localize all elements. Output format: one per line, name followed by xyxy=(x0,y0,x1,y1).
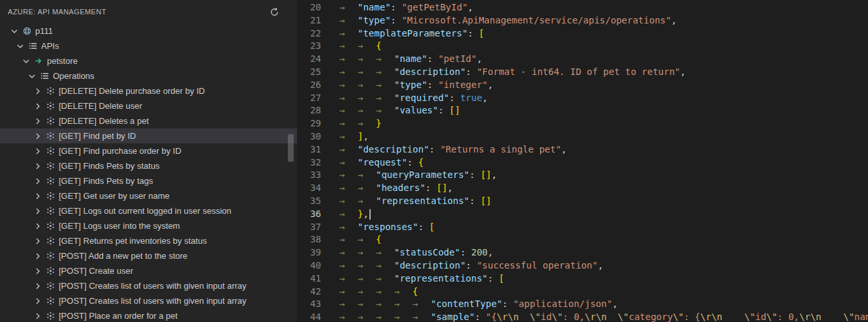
tree-item-label: [GET] Finds Pets by tags xyxy=(59,176,153,186)
chevron-down-icon[interactable] xyxy=(27,71,37,81)
chevron-right-icon[interactable] xyxy=(33,161,43,171)
line-content[interactable]: →→→→→"sample": "{\r\n \"id\": 0,\r\n \"c… xyxy=(332,311,868,322)
tree-item[interactable]: [DELETE] Delete user xyxy=(0,98,297,113)
line-content[interactable]: →→→"description": "successful operation"… xyxy=(332,259,868,272)
code-line[interactable]: 29→→} xyxy=(297,117,868,130)
tree-item[interactable]: p111 xyxy=(0,23,297,38)
tree-item[interactable]: [GET] Get user by user name xyxy=(0,188,297,203)
code-line[interactable]: 37→"responses": [ xyxy=(297,221,868,234)
code-token: \" xyxy=(551,312,563,322)
tree-item[interactable]: APIs xyxy=(0,38,297,53)
tree-item[interactable]: petstore xyxy=(0,53,297,68)
code-line[interactable]: 28→→→"values": [] xyxy=(297,104,868,117)
chevron-right-icon[interactable] xyxy=(33,86,43,96)
line-content[interactable]: →"description": "Returns a single pet", xyxy=(332,143,868,156)
code-line[interactable]: 25→→→"description": "Format - int64. ID … xyxy=(297,66,868,79)
chevron-down-icon[interactable] xyxy=(21,56,31,66)
chevron-right-icon[interactable] xyxy=(33,191,43,201)
line-content[interactable]: →→→"representations": [ xyxy=(332,272,868,285)
code-line[interactable]: 21→"type": "Microsoft.ApiManagement/serv… xyxy=(297,14,868,27)
line-content[interactable]: →→→"name": "petId", xyxy=(332,53,868,66)
chevron-right-icon[interactable] xyxy=(33,296,43,306)
operation-icon xyxy=(45,296,55,306)
editor[interactable]: 20→"name": "getPetById",21→"type": "Micr… xyxy=(297,0,868,322)
chevron-down-icon[interactable] xyxy=(9,26,20,37)
line-content[interactable]: →"name": "getPetById", xyxy=(332,1,868,14)
code-line[interactable]: 30→], xyxy=(297,130,868,143)
chevron-right-icon[interactable] xyxy=(33,176,43,186)
line-content[interactable]: →"request": { xyxy=(332,156,868,169)
line-content[interactable]: →→{ xyxy=(332,40,868,53)
line-content[interactable]: →"responses": [ xyxy=(332,221,868,234)
tree-item[interactable]: [GET] Finds Pets by tags xyxy=(0,173,297,188)
code-line[interactable]: 32→"request": { xyxy=(297,156,868,169)
line-content[interactable]: →], xyxy=(332,130,868,143)
line-content[interactable]: →→"representations": [] xyxy=(332,195,868,208)
code-line[interactable]: 27→→→"required": true, xyxy=(297,92,868,105)
chevron-right-icon[interactable] xyxy=(33,146,43,156)
code-line[interactable]: 42→→→→{ xyxy=(297,285,868,299)
chevron-right-icon[interactable] xyxy=(33,281,43,291)
tree-item[interactable]: [DELETE] Deletes a pet xyxy=(0,113,297,128)
code-line[interactable]: 44→→→→→"sample": "{\r\n \"id\": 0,\r\n \… xyxy=(297,311,868,322)
code-line[interactable]: 34→→"headers": [], xyxy=(297,182,868,195)
code-line[interactable]: 33→→"queryParameters": [], xyxy=(297,169,868,182)
line-content[interactable]: →}, xyxy=(332,208,868,221)
code-line[interactable]: 41→→→"representations": [ xyxy=(297,272,868,285)
chevron-right-icon[interactable] xyxy=(33,311,43,321)
code-line[interactable]: 23→→{ xyxy=(297,40,868,53)
tab-whitespace-icon: → xyxy=(394,285,412,299)
code-line[interactable]: 20→"name": "getPetById", xyxy=(297,1,868,14)
tree-item[interactable]: Operations xyxy=(0,68,297,83)
tree-item[interactable]: [GET] Find purchase order by ID xyxy=(0,143,297,158)
line-content[interactable]: →→} xyxy=(332,117,868,130)
tree-item[interactable]: [POST] Creates list of users with given … xyxy=(0,278,297,293)
line-content[interactable]: →"templateParameters": [ xyxy=(332,27,868,40)
tree-item[interactable]: [DELETE] Delete purchase order by ID xyxy=(0,83,297,98)
tree-item[interactable]: [GET] Finds Pets by status xyxy=(0,158,297,173)
tree-item[interactable]: [POST] Creates list of users with given … xyxy=(0,293,297,308)
tree-item[interactable]: [POST] Place an order for a pet xyxy=(0,308,297,322)
tree-item[interactable]: [GET] Find pet by ID xyxy=(0,128,297,143)
line-content[interactable]: →→→→{ xyxy=(332,285,868,299)
sidebar-scrollbar-thumb[interactable] xyxy=(288,134,294,162)
chevron-right-icon[interactable] xyxy=(33,221,43,231)
line-content[interactable]: →→→→→"contentType": "application/json", xyxy=(332,298,868,311)
line-content[interactable]: →"type": "Microsoft.ApiManagement/servic… xyxy=(332,14,868,27)
line-content[interactable]: →→"headers": [], xyxy=(332,182,868,195)
line-content[interactable]: →→{ xyxy=(332,233,868,246)
line-content[interactable]: →→→"required": true, xyxy=(332,92,868,105)
chevron-right-icon[interactable] xyxy=(33,251,43,261)
line-content[interactable]: →→→"statusCode": 200, xyxy=(332,246,868,259)
tree-item-label: [POST] Creates list of users with given … xyxy=(59,281,247,291)
code-token: : xyxy=(488,273,499,284)
line-content[interactable]: →→→"type": "integer", xyxy=(332,79,868,92)
tree-item[interactable]: [GET] Logs out current logged in user se… xyxy=(0,203,297,218)
chevron-right-icon[interactable] xyxy=(33,116,43,126)
tree-item[interactable]: [POST] Add a new pet to the store xyxy=(0,248,297,263)
code-line[interactable]: 22→"templateParameters": [ xyxy=(297,27,868,40)
tree-item[interactable]: [POST] Create user xyxy=(0,263,297,278)
tree-item[interactable]: [GET] Returns pet inventories by status xyxy=(0,233,297,248)
code-line[interactable]: 36→}, xyxy=(297,208,868,221)
code-line[interactable]: 40→→→"description": "successful operatio… xyxy=(297,259,868,272)
code-line[interactable]: 26→→→"type": "integer", xyxy=(297,79,868,92)
tree-item[interactable]: [GET] Logs user into the system xyxy=(0,218,297,233)
code-line[interactable]: 35→→"representations": [] xyxy=(297,195,868,208)
code-line[interactable]: 39→→→"statusCode": 200, xyxy=(297,246,868,259)
chevron-right-icon[interactable] xyxy=(33,236,43,246)
code-line[interactable]: 43→→→→→"contentType": "application/json"… xyxy=(297,298,868,311)
line-content[interactable]: →→"queryParameters": [], xyxy=(332,169,868,182)
refresh-button[interactable] xyxy=(267,5,281,19)
code-line[interactable]: 31→"description": "Returns a single pet"… xyxy=(297,143,868,156)
chevron-right-icon[interactable] xyxy=(33,266,43,276)
chevron-right-icon[interactable] xyxy=(33,101,43,111)
line-content[interactable]: →→→"values": [] xyxy=(332,104,868,117)
chevron-right-icon[interactable] xyxy=(33,206,43,216)
chevron-right-icon[interactable] xyxy=(33,131,43,141)
code-line[interactable]: 38→→{ xyxy=(297,233,868,246)
line-number: 24 xyxy=(297,53,332,66)
chevron-down-icon[interactable] xyxy=(15,41,25,51)
code-line[interactable]: 24→→→"name": "petId", xyxy=(297,53,868,66)
line-content[interactable]: →→→"description": "Format - int64. ID of… xyxy=(332,66,868,79)
